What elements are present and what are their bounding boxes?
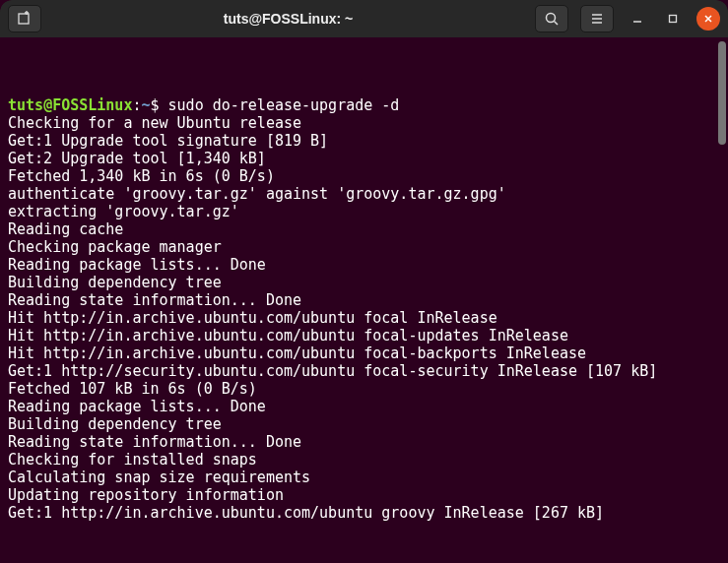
- prompt-path: ~: [141, 96, 150, 114]
- output-line: Updating repository information: [8, 486, 720, 504]
- output-line: authenticate 'groovy.tar.gz' against 'gr…: [8, 185, 720, 203]
- output-line: Get:1 http://security.ubuntu.com/ubuntu …: [8, 362, 720, 380]
- hamburger-icon: [590, 12, 604, 26]
- terminal-body[interactable]: tuts@FOSSLinux:~$ sudo do-release-upgrad…: [0, 37, 728, 563]
- output-line: Reading state information... Done: [8, 291, 720, 309]
- output-line: extracting 'groovy.tar.gz': [8, 203, 720, 220]
- output-line: Reading cache: [8, 220, 720, 238]
- new-tab-icon: [17, 11, 33, 27]
- prompt-user: tuts: [8, 96, 43, 114]
- output-line: Hit http://in.archive.ubuntu.com/ubuntu …: [8, 309, 720, 327]
- output-line: Fetched 1,340 kB in 6s (0 B/s): [8, 167, 720, 185]
- titlebar-right-group: [535, 5, 720, 32]
- output-line: Fetched 107 kB in 6s (0 B/s): [8, 380, 720, 398]
- output-line: Building dependency tree: [8, 415, 720, 433]
- maximize-icon: [667, 13, 679, 25]
- prompt-dollar: $: [151, 96, 168, 114]
- output-line: Reading state information... Done: [8, 433, 720, 451]
- output-line: Checking for a new Ubuntu release: [8, 114, 720, 132]
- output-line: Building dependency tree: [8, 274, 720, 291]
- prompt-line: tuts@FOSSLinux:~$ sudo do-release-upgrad…: [8, 96, 720, 114]
- search-icon: [545, 12, 559, 26]
- maximize-button[interactable]: [661, 7, 685, 31]
- prompt-host: FOSSLinux: [52, 96, 132, 114]
- command-text: sudo do-release-upgrade -d: [168, 96, 400, 114]
- output-line: Get:1 Upgrade tool signature [819 B]: [8, 132, 720, 150]
- minimize-icon: [631, 13, 643, 25]
- output-line: Hit http://in.archive.ubuntu.com/ubuntu …: [8, 344, 720, 362]
- new-tab-button[interactable]: [8, 5, 41, 32]
- svg-rect-9: [670, 16, 677, 23]
- close-button[interactable]: [696, 7, 720, 31]
- window-title: tuts@FOSSLinux: ~: [41, 11, 535, 27]
- output-line: Checking package manager: [8, 238, 720, 256]
- output-line: Get:2 Upgrade tool [1,340 kB]: [8, 150, 720, 167]
- prompt-at: @: [43, 96, 52, 114]
- output-line: Reading package lists... Done: [8, 256, 720, 274]
- svg-point-3: [547, 14, 556, 23]
- menu-button[interactable]: [580, 5, 614, 32]
- close-icon: [702, 13, 714, 25]
- minimize-button[interactable]: [626, 7, 649, 31]
- svg-line-4: [555, 22, 559, 26]
- scrollbar-thumb[interactable]: [718, 41, 726, 145]
- search-button[interactable]: [535, 5, 568, 32]
- output-line: Get:1 http://in.archive.ubuntu.com/ubunt…: [8, 504, 720, 522]
- titlebar-left-group: [8, 5, 41, 32]
- output-line: Checking for installed snaps: [8, 451, 720, 469]
- svg-rect-0: [19, 14, 29, 24]
- output-line: Reading package lists... Done: [8, 398, 720, 415]
- titlebar: tuts@FOSSLinux: ~: [0, 0, 728, 37]
- output-line: Calculating snap size requirements: [8, 469, 720, 486]
- output-line: Hit http://in.archive.ubuntu.com/ubuntu …: [8, 327, 720, 344]
